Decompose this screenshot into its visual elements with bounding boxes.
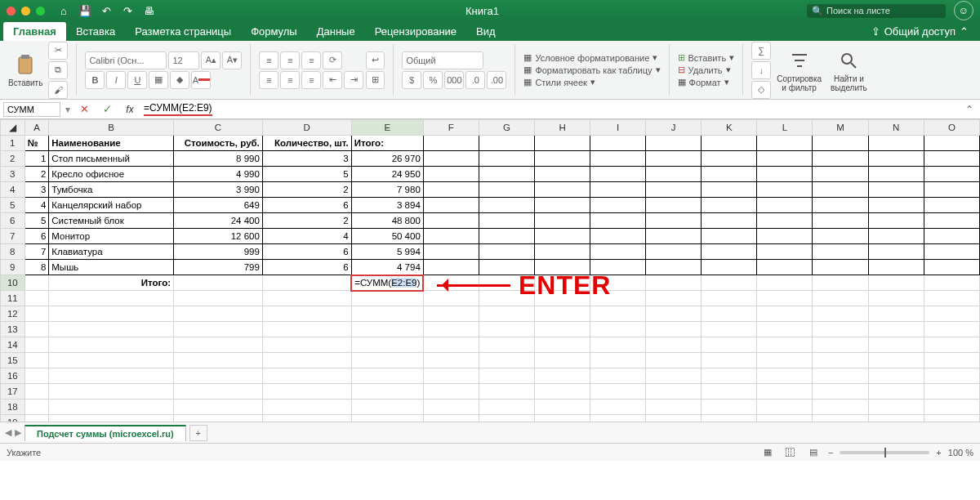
cell[interactable] bbox=[868, 260, 924, 275]
cell[interactable] bbox=[924, 306, 979, 322]
cell[interactable] bbox=[757, 306, 813, 322]
cell[interactable]: 3 990 bbox=[174, 182, 263, 198]
cell[interactable] bbox=[351, 306, 423, 322]
cell[interactable] bbox=[262, 400, 351, 415]
cell[interactable] bbox=[757, 213, 813, 229]
cell[interactable] bbox=[924, 229, 979, 244]
cell[interactable]: Монитор bbox=[49, 229, 174, 244]
cell[interactable] bbox=[702, 337, 757, 353]
cell[interactable] bbox=[702, 213, 757, 229]
align-top-button[interactable]: ≡ bbox=[259, 51, 278, 69]
cell[interactable] bbox=[924, 368, 979, 384]
fx-button[interactable]: fx bbox=[121, 104, 139, 115]
cell[interactable] bbox=[868, 400, 924, 415]
cell[interactable]: 7 bbox=[24, 244, 49, 260]
cell[interactable] bbox=[646, 198, 702, 213]
copy-button[interactable]: ⧉ bbox=[48, 61, 68, 79]
cell[interactable] bbox=[479, 384, 534, 400]
cell[interactable] bbox=[646, 213, 702, 229]
cell[interactable] bbox=[924, 151, 979, 167]
clear-button[interactable]: ◇ bbox=[751, 81, 771, 99]
cell[interactable] bbox=[590, 167, 646, 182]
cell[interactable] bbox=[757, 198, 813, 213]
cell[interactable] bbox=[702, 229, 757, 244]
cell[interactable] bbox=[24, 275, 49, 291]
cell[interactable]: 6 bbox=[262, 260, 351, 275]
cell[interactable] bbox=[535, 337, 590, 353]
cell[interactable] bbox=[868, 167, 924, 182]
cell[interactable] bbox=[535, 213, 590, 229]
cell[interactable] bbox=[702, 291, 757, 306]
cell[interactable] bbox=[262, 353, 351, 368]
cell[interactable] bbox=[49, 306, 174, 322]
cell[interactable] bbox=[646, 322, 702, 337]
cell[interactable] bbox=[646, 136, 702, 151]
cell[interactable]: 1 bbox=[24, 151, 49, 167]
cell[interactable] bbox=[262, 384, 351, 400]
cell[interactable] bbox=[813, 353, 868, 368]
cell[interactable] bbox=[49, 337, 174, 353]
cell[interactable] bbox=[757, 400, 813, 415]
cell[interactable] bbox=[423, 182, 479, 198]
row-header[interactable]: 7 bbox=[1, 229, 25, 244]
cell[interactable] bbox=[813, 151, 868, 167]
cell[interactable] bbox=[646, 275, 702, 291]
cell[interactable] bbox=[590, 213, 646, 229]
cell[interactable] bbox=[813, 368, 868, 384]
cell[interactable] bbox=[351, 384, 423, 400]
cell[interactable] bbox=[868, 213, 924, 229]
cell[interactable] bbox=[479, 229, 534, 244]
zoom-level[interactable]: 100 % bbox=[948, 448, 973, 458]
cell[interactable]: Клавиатура bbox=[49, 244, 174, 260]
bold-button[interactable]: B bbox=[85, 71, 105, 89]
cell[interactable] bbox=[262, 306, 351, 322]
active-cell-e10[interactable]: =СУММ(E2:E9) bbox=[351, 275, 423, 291]
cell[interactable]: Канцелярский набор bbox=[49, 198, 174, 213]
cell[interactable] bbox=[351, 337, 423, 353]
row-header[interactable]: 13 bbox=[1, 322, 25, 337]
cell[interactable] bbox=[479, 182, 534, 198]
cell[interactable] bbox=[924, 415, 979, 422]
cell[interactable] bbox=[757, 244, 813, 260]
align-right-button[interactable]: ≡ bbox=[301, 71, 321, 89]
cell[interactable]: Наименование bbox=[49, 136, 174, 151]
redo-icon[interactable]: ↷ bbox=[118, 2, 136, 20]
row-header[interactable]: 15 bbox=[1, 353, 25, 368]
cell[interactable] bbox=[924, 353, 979, 368]
cell[interactable]: 4 bbox=[262, 229, 351, 244]
cell[interactable] bbox=[24, 353, 49, 368]
cell[interactable] bbox=[702, 322, 757, 337]
row-header[interactable]: 6 bbox=[1, 213, 25, 229]
cell[interactable] bbox=[646, 260, 702, 275]
cell[interactable] bbox=[590, 400, 646, 415]
decrease-indent-button[interactable]: ⇤ bbox=[323, 71, 342, 89]
cell[interactable]: Стоимость, руб. bbox=[174, 136, 263, 151]
fill-button[interactable]: ↓ bbox=[751, 61, 771, 79]
percent-button[interactable]: % bbox=[423, 71, 443, 89]
cell[interactable] bbox=[479, 353, 534, 368]
cell[interactable]: 24 400 bbox=[174, 213, 263, 229]
cell[interactable]: 12 600 bbox=[174, 229, 263, 244]
cell[interactable] bbox=[757, 337, 813, 353]
decrease-font-button[interactable]: A▾ bbox=[222, 51, 242, 69]
cell[interactable]: Количество, шт. bbox=[262, 136, 351, 151]
comma-button[interactable]: 000 bbox=[444, 71, 464, 89]
cell[interactable] bbox=[757, 291, 813, 306]
spreadsheet-grid[interactable]: ◢ A B C D E F G H I J K L M N O 1 № Наим… bbox=[0, 119, 980, 422]
row-header[interactable]: 9 bbox=[1, 260, 25, 275]
cell[interactable] bbox=[262, 337, 351, 353]
cell[interactable]: 6 bbox=[262, 198, 351, 213]
cell[interactable] bbox=[868, 291, 924, 306]
cell[interactable]: 6 bbox=[24, 229, 49, 244]
cell[interactable]: 5 bbox=[262, 167, 351, 182]
tab-review[interactable]: Рецензирование bbox=[365, 22, 466, 41]
cell[interactable] bbox=[535, 198, 590, 213]
cell[interactable]: 799 bbox=[174, 260, 263, 275]
cell[interactable]: 48 800 bbox=[351, 213, 423, 229]
cut-button[interactable]: ✂ bbox=[48, 42, 68, 60]
increase-font-button[interactable]: A▴ bbox=[201, 51, 220, 69]
cell[interactable] bbox=[49, 415, 174, 422]
cell[interactable] bbox=[702, 353, 757, 368]
cell[interactable] bbox=[49, 322, 174, 337]
cell[interactable] bbox=[423, 384, 479, 400]
